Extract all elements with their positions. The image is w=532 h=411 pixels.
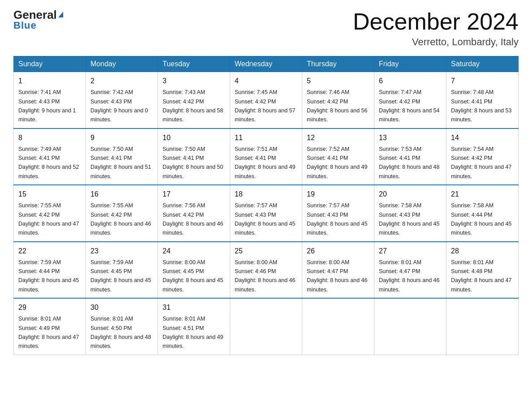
day-info: Sunrise: 7:50 AMSunset: 4:41 PMDaylight:… bbox=[90, 146, 151, 180]
day-info: Sunrise: 7:58 AMSunset: 4:44 PMDaylight:… bbox=[451, 202, 512, 236]
day-info: Sunrise: 7:45 AMSunset: 4:42 PMDaylight:… bbox=[235, 89, 296, 123]
col-tuesday: Tuesday bbox=[158, 56, 230, 72]
col-wednesday: Wednesday bbox=[230, 56, 302, 72]
day-number: 16 bbox=[90, 189, 153, 200]
day-number: 27 bbox=[379, 246, 442, 257]
day-number: 2 bbox=[90, 76, 153, 86]
table-row: 1Sunrise: 7:41 AMSunset: 4:43 PMDaylight… bbox=[14, 72, 86, 128]
col-thursday: Thursday bbox=[302, 56, 374, 72]
table-row: 13Sunrise: 7:53 AMSunset: 4:41 PMDayligh… bbox=[374, 128, 446, 185]
day-number: 26 bbox=[307, 246, 369, 257]
day-info: Sunrise: 7:51 AMSunset: 4:41 PMDaylight:… bbox=[235, 146, 296, 180]
table-row: 7Sunrise: 7:48 AMSunset: 4:41 PMDaylight… bbox=[446, 72, 519, 128]
day-number: 13 bbox=[379, 133, 442, 143]
table-row: 17Sunrise: 7:56 AMSunset: 4:42 PMDayligh… bbox=[158, 185, 230, 242]
table-row: 24Sunrise: 8:00 AMSunset: 4:45 PMDayligh… bbox=[158, 242, 230, 299]
day-number: 4 bbox=[235, 76, 297, 86]
table-row: 20Sunrise: 7:58 AMSunset: 4:43 PMDayligh… bbox=[374, 185, 446, 242]
day-number: 31 bbox=[163, 302, 225, 313]
day-number: 14 bbox=[451, 133, 514, 143]
day-info: Sunrise: 8:01 AMSunset: 4:48 PMDaylight:… bbox=[451, 259, 512, 293]
table-row: 2Sunrise: 7:42 AMSunset: 4:43 PMDaylight… bbox=[86, 72, 158, 128]
table-row: 8Sunrise: 7:49 AMSunset: 4:41 PMDaylight… bbox=[14, 128, 86, 185]
day-info: Sunrise: 8:01 AMSunset: 4:47 PMDaylight:… bbox=[379, 259, 440, 293]
day-info: Sunrise: 8:01 AMSunset: 4:51 PMDaylight:… bbox=[163, 316, 223, 349]
day-info: Sunrise: 7:55 AMSunset: 4:42 PMDaylight:… bbox=[90, 202, 151, 236]
table-row: 3Sunrise: 7:43 AMSunset: 4:42 PMDaylight… bbox=[158, 72, 230, 128]
logo-blue-text: Blue bbox=[13, 20, 37, 31]
day-info: Sunrise: 8:01 AMSunset: 4:49 PMDaylight:… bbox=[18, 316, 79, 349]
day-number: 10 bbox=[163, 133, 225, 143]
table-row: 6Sunrise: 7:47 AMSunset: 4:42 PMDaylight… bbox=[374, 72, 446, 128]
col-sunday: Sunday bbox=[14, 56, 86, 72]
calendar-week-row: 8Sunrise: 7:49 AMSunset: 4:41 PMDaylight… bbox=[14, 128, 519, 185]
day-info: Sunrise: 7:47 AMSunset: 4:42 PMDaylight:… bbox=[379, 89, 440, 123]
month-title: December 2024 bbox=[353, 9, 519, 34]
day-info: Sunrise: 7:46 AMSunset: 4:42 PMDaylight:… bbox=[307, 89, 368, 123]
day-number: 23 bbox=[90, 246, 153, 257]
day-info: Sunrise: 7:43 AMSunset: 4:42 PMDaylight:… bbox=[163, 89, 223, 123]
calendar-week-row: 15Sunrise: 7:55 AMSunset: 4:42 PMDayligh… bbox=[14, 185, 519, 242]
day-number: 7 bbox=[451, 76, 514, 86]
day-number: 20 bbox=[379, 189, 442, 200]
table-row: 21Sunrise: 7:58 AMSunset: 4:44 PMDayligh… bbox=[446, 185, 519, 242]
day-info: Sunrise: 7:49 AMSunset: 4:41 PMDaylight:… bbox=[18, 146, 79, 180]
table-row: 25Sunrise: 8:00 AMSunset: 4:46 PMDayligh… bbox=[230, 242, 302, 299]
day-number: 28 bbox=[451, 246, 514, 257]
calendar-table: Sunday Monday Tuesday Wednesday Thursday… bbox=[13, 56, 519, 355]
table-row: 18Sunrise: 7:57 AMSunset: 4:43 PMDayligh… bbox=[230, 185, 302, 242]
title-block: December 2024 Verretto, Lombardy, Italy bbox=[353, 9, 519, 48]
table-row: 11Sunrise: 7:51 AMSunset: 4:41 PMDayligh… bbox=[230, 128, 302, 185]
day-info: Sunrise: 7:59 AMSunset: 4:45 PMDaylight:… bbox=[90, 259, 151, 293]
day-number: 25 bbox=[235, 246, 297, 257]
day-info: Sunrise: 7:53 AMSunset: 4:41 PMDaylight:… bbox=[379, 146, 440, 180]
table-row: 19Sunrise: 7:57 AMSunset: 4:43 PMDayligh… bbox=[302, 185, 374, 242]
table-row: 29Sunrise: 8:01 AMSunset: 4:49 PMDayligh… bbox=[14, 298, 86, 355]
day-number: 24 bbox=[163, 246, 225, 257]
table-row: 15Sunrise: 7:55 AMSunset: 4:42 PMDayligh… bbox=[14, 185, 86, 242]
day-number: 18 bbox=[235, 189, 297, 200]
day-number: 9 bbox=[90, 133, 153, 143]
day-number: 8 bbox=[18, 133, 81, 143]
table-row: 31Sunrise: 8:01 AMSunset: 4:51 PMDayligh… bbox=[158, 298, 230, 355]
table-row: 22Sunrise: 7:59 AMSunset: 4:44 PMDayligh… bbox=[14, 242, 86, 299]
day-info: Sunrise: 7:52 AMSunset: 4:41 PMDaylight:… bbox=[307, 146, 368, 180]
day-number: 12 bbox=[307, 133, 369, 143]
day-info: Sunrise: 7:42 AMSunset: 4:43 PMDaylight:… bbox=[90, 89, 148, 123]
logo: General Blue bbox=[13, 9, 63, 31]
day-info: Sunrise: 8:00 AMSunset: 4:45 PMDaylight:… bbox=[163, 259, 223, 293]
calendar-header-row: Sunday Monday Tuesday Wednesday Thursday… bbox=[14, 56, 519, 72]
table-row: 16Sunrise: 7:55 AMSunset: 4:42 PMDayligh… bbox=[86, 185, 158, 242]
day-info: Sunrise: 7:57 AMSunset: 4:43 PMDaylight:… bbox=[235, 202, 296, 236]
day-info: Sunrise: 7:56 AMSunset: 4:42 PMDaylight:… bbox=[163, 202, 223, 236]
logo-text: General bbox=[13, 9, 63, 21]
table-row: 30Sunrise: 8:01 AMSunset: 4:50 PMDayligh… bbox=[86, 298, 158, 355]
table-row: 23Sunrise: 7:59 AMSunset: 4:45 PMDayligh… bbox=[86, 242, 158, 299]
table-row: 10Sunrise: 7:50 AMSunset: 4:41 PMDayligh… bbox=[158, 128, 230, 185]
table-row: 9Sunrise: 7:50 AMSunset: 4:41 PMDaylight… bbox=[86, 128, 158, 185]
table-row: 14Sunrise: 7:54 AMSunset: 4:42 PMDayligh… bbox=[446, 128, 519, 185]
table-row: 4Sunrise: 7:45 AMSunset: 4:42 PMDaylight… bbox=[230, 72, 302, 128]
day-number: 19 bbox=[307, 189, 369, 200]
day-info: Sunrise: 8:01 AMSunset: 4:50 PMDaylight:… bbox=[90, 316, 151, 349]
col-monday: Monday bbox=[86, 56, 158, 72]
day-info: Sunrise: 7:50 AMSunset: 4:41 PMDaylight:… bbox=[163, 146, 223, 180]
calendar-week-row: 29Sunrise: 8:01 AMSunset: 4:49 PMDayligh… bbox=[14, 298, 519, 355]
day-info: Sunrise: 7:59 AMSunset: 4:44 PMDaylight:… bbox=[18, 259, 79, 293]
day-info: Sunrise: 7:55 AMSunset: 4:42 PMDaylight:… bbox=[18, 202, 79, 236]
day-number: 6 bbox=[379, 76, 442, 86]
table-row: 26Sunrise: 8:00 AMSunset: 4:47 PMDayligh… bbox=[302, 242, 374, 299]
table-row bbox=[446, 298, 519, 355]
day-info: Sunrise: 7:57 AMSunset: 4:43 PMDaylight:… bbox=[307, 202, 368, 236]
day-info: Sunrise: 7:54 AMSunset: 4:42 PMDaylight:… bbox=[451, 146, 512, 180]
calendar-week-row: 22Sunrise: 7:59 AMSunset: 4:44 PMDayligh… bbox=[14, 242, 519, 299]
day-number: 17 bbox=[163, 189, 225, 200]
day-info: Sunrise: 7:58 AMSunset: 4:43 PMDaylight:… bbox=[379, 202, 440, 236]
day-number: 11 bbox=[235, 133, 297, 143]
day-info: Sunrise: 8:00 AMSunset: 4:46 PMDaylight:… bbox=[235, 259, 296, 293]
day-number: 22 bbox=[18, 246, 81, 257]
col-friday: Friday bbox=[374, 56, 446, 72]
day-number: 1 bbox=[18, 76, 81, 86]
day-number: 29 bbox=[18, 302, 81, 313]
day-info: Sunrise: 7:41 AMSunset: 4:43 PMDaylight:… bbox=[18, 89, 76, 123]
